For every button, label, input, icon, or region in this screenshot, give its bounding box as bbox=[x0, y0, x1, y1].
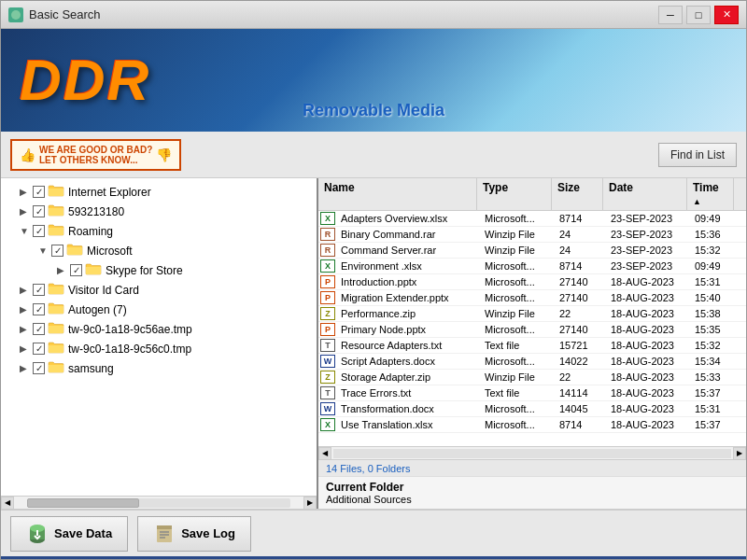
tree-item[interactable]: ▶ tw-9c0-1a18-9c56c0.tmp bbox=[1, 339, 317, 358]
file-size: 14045 bbox=[556, 402, 607, 415]
current-folder-section: Current Folder Additional Sources bbox=[318, 476, 746, 509]
file-date: 18-AUG-2023 bbox=[607, 323, 691, 336]
left-panel: ▶ Internet Explorer▶ 593213180▼ Roaming▼… bbox=[1, 178, 318, 509]
maximize-button[interactable]: □ bbox=[686, 6, 711, 24]
file-date: 18-AUG-2023 bbox=[607, 386, 691, 399]
save-log-button[interactable]: Save Log bbox=[137, 516, 251, 552]
tree-checkbox[interactable] bbox=[33, 225, 45, 237]
file-name: Transformation.docx bbox=[337, 402, 481, 415]
file-name: Migration Extender.pptx bbox=[337, 291, 481, 304]
minimize-button[interactable]: ─ bbox=[658, 6, 683, 24]
file-row[interactable]: PPrimary Node.pptxMicrosoft...2714018-AU… bbox=[318, 322, 746, 338]
file-name: Primary Node.pptx bbox=[337, 323, 481, 336]
folder-icon bbox=[48, 301, 64, 317]
file-size: 14022 bbox=[556, 355, 607, 368]
file-time: 09:49 bbox=[691, 259, 738, 273]
file-type-icon: X bbox=[320, 212, 335, 225]
file-size: 27140 bbox=[556, 323, 607, 336]
file-scroll-left[interactable]: ◀ bbox=[318, 447, 331, 460]
save-data-button[interactable]: Save Data bbox=[10, 516, 128, 552]
file-row[interactable]: RBinary Command.rarWinzip File2423-SEP-2… bbox=[318, 227, 746, 243]
tree-checkbox[interactable] bbox=[33, 284, 45, 296]
tree-item[interactable]: ▶ Autogen (7) bbox=[1, 300, 317, 319]
file-type: Winzip File bbox=[481, 228, 556, 241]
file-date: 18-AUG-2023 bbox=[607, 307, 691, 320]
file-type-icon: X bbox=[320, 259, 335, 273]
tree-checkbox[interactable] bbox=[70, 264, 82, 276]
tree-checkbox[interactable] bbox=[33, 303, 45, 315]
file-row[interactable]: ZPerformance.zipWinzip File2218-AUG-2023… bbox=[318, 306, 746, 322]
col-name-header: Name bbox=[318, 178, 477, 210]
file-row[interactable]: XEnvironment .xlsxMicrosoft...871423-SEP… bbox=[318, 259, 746, 274]
find-in-list-button[interactable]: Find in List bbox=[658, 143, 737, 167]
file-time: 15:37 bbox=[691, 386, 738, 399]
tree-checkbox[interactable] bbox=[33, 186, 45, 198]
tree-item-label: Visitor Id Card bbox=[68, 284, 139, 297]
tree-scrollbar-x[interactable]: ◀ ▶ bbox=[1, 496, 317, 509]
file-date: 18-AUG-2023 bbox=[607, 371, 691, 384]
file-scroll-right[interactable]: ▶ bbox=[733, 447, 746, 460]
sort-icon: ▲ bbox=[693, 197, 701, 206]
file-type-icon: T bbox=[320, 339, 335, 352]
tree-item[interactable]: ▶ 593213180 bbox=[1, 202, 317, 221]
file-row[interactable]: PMigration Extender.pptxMicrosoft...2714… bbox=[318, 290, 746, 306]
tree-item[interactable]: ▶ Visitor Id Card bbox=[1, 280, 317, 300]
file-row[interactable]: RCommand Server.rarWinzip File2423-SEP-2… bbox=[318, 243, 746, 259]
file-row[interactable]: TTrace Errors.txtText file1411418-AUG-20… bbox=[318, 385, 746, 401]
file-row[interactable]: XUse Translation.xlsxMicrosoft...871418-… bbox=[318, 417, 746, 433]
file-type: Winzip File bbox=[481, 371, 556, 384]
tree-checkbox[interactable] bbox=[33, 343, 45, 355]
tree-item-label: Roaming bbox=[68, 225, 113, 238]
folder-icon bbox=[48, 321, 64, 337]
file-type: Text file bbox=[481, 339, 556, 352]
file-type: Microsoft... bbox=[481, 291, 556, 304]
tree-checkbox[interactable] bbox=[51, 245, 63, 257]
tree-item[interactable]: ▶ Skype for Store bbox=[1, 260, 317, 280]
file-row[interactable]: PIntroduction.pptxMicrosoft...2714018-AU… bbox=[318, 274, 746, 290]
file-scrollbar-x[interactable]: ◀ ▶ bbox=[318, 446, 746, 459]
tree-checkbox[interactable] bbox=[33, 323, 45, 335]
file-name: Storage Adapter.zip bbox=[337, 371, 481, 384]
ddr-logo: DDR bbox=[20, 51, 150, 109]
file-time: 09:49 bbox=[691, 212, 738, 225]
tree-item[interactable]: ▼ Roaming bbox=[1, 221, 317, 241]
scroll-left-arrow[interactable]: ◀ bbox=[1, 497, 14, 510]
file-count: 14 Files, 0 Folders bbox=[326, 463, 410, 474]
file-type-icon: R bbox=[320, 244, 335, 257]
tree-container[interactable]: ▶ Internet Explorer▶ 593213180▼ Roaming▼… bbox=[1, 178, 317, 496]
tree-checkbox[interactable] bbox=[33, 362, 45, 374]
status-bar: i Select Files and Folders from left Pan… bbox=[1, 556, 746, 560]
file-size: 15721 bbox=[556, 339, 607, 352]
file-row[interactable]: TResource Adapters.txtText file1572118-A… bbox=[318, 338, 746, 354]
folder-icon bbox=[48, 282, 64, 298]
file-date: 18-AUG-2023 bbox=[607, 339, 691, 352]
file-row[interactable]: ZStorage Adapter.zipWinzip File2218-AUG-… bbox=[318, 370, 746, 385]
tree-item[interactable]: ▶ tw-9c0-1a18-9c56ae.tmp bbox=[1, 319, 317, 339]
file-name: Binary Command.rar bbox=[337, 228, 481, 241]
file-row[interactable]: XAdapters Overview.xlsxMicrosoft...87142… bbox=[318, 211, 746, 227]
scroll-track[interactable] bbox=[27, 498, 290, 508]
we-are-good-badge[interactable]: 👍 WE ARE GOOD OR BAD? LET OTHERS KNOW...… bbox=[10, 139, 181, 171]
tree-item[interactable]: ▶ samsung bbox=[1, 358, 317, 378]
scroll-thumb[interactable] bbox=[27, 498, 139, 508]
tree-checkbox[interactable] bbox=[33, 205, 45, 217]
file-row[interactable]: WTransformation.docxMicrosoft...1404518-… bbox=[318, 401, 746, 417]
file-time: 15:37 bbox=[691, 418, 738, 431]
expand-icon: ▶ bbox=[57, 265, 68, 276]
file-row[interactable]: WScript Adapters.docxMicrosoft...1402218… bbox=[318, 354, 746, 370]
file-name: Command Server.rar bbox=[337, 244, 481, 257]
tree-item-label: Skype for Store bbox=[106, 264, 183, 277]
file-size: 22 bbox=[556, 307, 607, 320]
file-list-body[interactable]: XAdapters Overview.xlsxMicrosoft...87142… bbox=[318, 211, 746, 446]
file-type: Microsoft... bbox=[481, 402, 556, 415]
file-type-icon: P bbox=[320, 323, 335, 336]
tree-item[interactable]: ▶ Internet Explorer bbox=[1, 182, 317, 202]
scroll-right-arrow[interactable]: ▶ bbox=[303, 497, 317, 510]
tree-item[interactable]: ▼ Microsoft bbox=[1, 241, 317, 260]
file-date: 18-AUG-2023 bbox=[607, 275, 691, 288]
bottom-buttons: Save Data Save Log bbox=[1, 510, 746, 556]
file-type: Winzip File bbox=[481, 307, 556, 320]
close-button[interactable]: ✕ bbox=[714, 6, 739, 24]
file-scroll-track[interactable] bbox=[333, 449, 731, 458]
file-date: 23-SEP-2023 bbox=[607, 228, 691, 241]
